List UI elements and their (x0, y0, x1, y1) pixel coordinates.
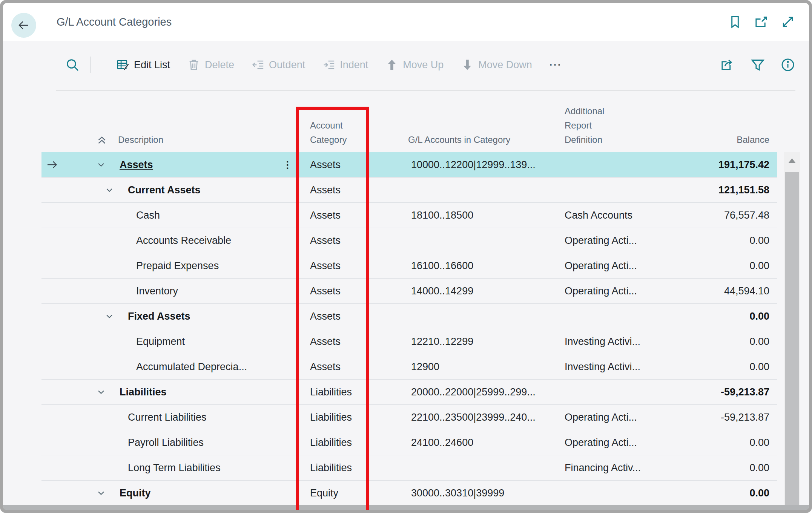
description-text[interactable]: Assets (120, 159, 153, 171)
report-definition-cell[interactable]: Operating Acti... (551, 260, 675, 272)
account-category-cell[interactable]: Liabilities (296, 412, 368, 423)
toolbar-button-delete[interactable]: Delete (187, 58, 234, 71)
account-category-cell[interactable]: Liabilities (296, 437, 368, 449)
description-cell[interactable]: Equity (62, 487, 279, 499)
report-definition-cell[interactable]: Investing Activi... (551, 336, 675, 348)
column-header-report-definition[interactable]: Additional Report Definition (551, 104, 625, 152)
chevron-down-icon[interactable] (104, 184, 115, 196)
description-cell[interactable]: Payroll Liabilities (62, 436, 279, 449)
gl-accounts-cell[interactable]: 14000..14299 (368, 285, 551, 297)
table-row[interactable]: Accounts ReceivableAssetsOperating Acti.… (41, 228, 777, 253)
description-cell[interactable]: Equipment (62, 335, 279, 348)
chevron-down-icon[interactable] (95, 386, 107, 398)
toolbar-button-edit-list[interactable]: Edit List (117, 58, 170, 71)
table-row[interactable]: Long Term LiabilitiesLiabilitiesFinancin… (41, 455, 777, 481)
account-category-cell[interactable]: Assets (296, 159, 368, 171)
row-more-options-button[interactable]: ⋮ (283, 160, 293, 170)
table-row[interactable]: Assets⋮Assets10000..12200|12999..139...1… (41, 152, 777, 178)
column-header-account-category[interactable]: Account Category (296, 118, 367, 152)
balance-cell[interactable]: 0.00 (675, 311, 777, 322)
table-row[interactable]: LiabilitiesLiabilities20000..22000|25999… (41, 380, 777, 405)
account-category-cell[interactable]: Assets (296, 311, 368, 322)
report-definition-cell[interactable]: Operating Acti... (551, 235, 675, 247)
description-cell[interactable]: Fixed Assets (62, 310, 279, 323)
open-in-new-window-icon[interactable] (754, 14, 769, 29)
gl-accounts-cell[interactable]: 12210..12299 (368, 336, 551, 348)
description-cell[interactable]: Accumulated Deprecia... (62, 360, 279, 373)
balance-cell[interactable]: 0.00 (675, 235, 777, 247)
balance-cell[interactable]: 0.00 (675, 437, 777, 449)
table-row[interactable]: Fixed AssetsAssets0.00 (41, 304, 777, 329)
account-category-cell[interactable]: Liabilities (296, 462, 368, 474)
description-cell[interactable]: Inventory (62, 285, 279, 297)
description-cell[interactable]: Long Term Liabilities (62, 461, 279, 474)
table-row[interactable]: EquipmentAssets12210..12299Investing Act… (41, 329, 777, 354)
toolbar-button-indent[interactable]: Indent (322, 58, 368, 71)
table-row[interactable]: EquityEquity30000..30310|399990.00 (41, 481, 777, 506)
gl-accounts-cell[interactable]: 20000..22000|25999..299... (368, 386, 551, 398)
account-category-cell[interactable]: Assets (296, 235, 368, 247)
description-cell[interactable]: Prepaid Expenses (62, 259, 279, 272)
account-category-cell[interactable]: Assets (296, 361, 368, 373)
horizontal-scrollbar[interactable] (3, 505, 809, 510)
table-row[interactable]: Accumulated Deprecia...Assets12900Invest… (41, 354, 777, 380)
info-icon[interactable] (780, 57, 795, 72)
filter-icon[interactable] (750, 57, 765, 72)
column-header-balance[interactable]: Balance (675, 133, 777, 152)
column-header-description[interactable]: Description (62, 133, 279, 152)
description-cell[interactable]: Accounts Receivable (62, 234, 279, 247)
chevron-down-icon[interactable] (104, 311, 115, 322)
gl-accounts-cell[interactable]: 24100..24600 (368, 437, 551, 449)
account-category-cell[interactable]: Assets (296, 336, 368, 348)
report-definition-cell[interactable]: Operating Acti... (551, 285, 675, 297)
balance-cell[interactable]: 121,151.58 (675, 184, 777, 196)
report-definition-cell[interactable]: Investing Activi... (551, 361, 675, 373)
table-row[interactable]: CashAssets18100..18500Cash Accounts76,55… (41, 203, 777, 228)
balance-cell[interactable]: 44,594.10 (675, 285, 777, 297)
account-category-cell[interactable]: Assets (296, 210, 368, 221)
back-button[interactable] (11, 13, 36, 38)
account-category-cell[interactable]: Assets (296, 184, 368, 196)
gl-accounts-cell[interactable]: 22100..23500|23999..240... (368, 412, 551, 423)
balance-cell[interactable]: 0.00 (675, 462, 777, 474)
toolbar-button-move-up[interactable]: Move Up (385, 58, 444, 71)
description-cell[interactable]: Liabilities (62, 386, 279, 398)
account-category-cell[interactable]: Assets (296, 285, 368, 297)
gl-accounts-cell[interactable]: 10000..12200|12999..139... (368, 159, 551, 171)
balance-cell[interactable]: -59,213.87 (675, 412, 777, 423)
toolbar-button-outdent[interactable]: Outdent (252, 58, 305, 71)
table-row[interactable]: Current AssetsAssets121,151.58 (41, 178, 777, 203)
account-category-cell[interactable]: Equity (296, 487, 368, 499)
expand-icon[interactable] (780, 14, 795, 29)
chevron-down-icon[interactable] (95, 159, 107, 170)
report-definition-cell[interactable]: Cash Accounts (551, 210, 675, 221)
account-category-cell[interactable]: Liabilities (296, 386, 368, 398)
balance-cell[interactable]: 76,557.48 (675, 210, 777, 221)
report-definition-cell[interactable]: Financing Activ... (551, 462, 675, 474)
gl-accounts-cell[interactable]: 16100..16600 (368, 260, 551, 272)
table-row[interactable]: Payroll LiabilitiesLiabilities24100..246… (41, 430, 777, 455)
balance-cell[interactable]: 0.00 (675, 260, 777, 272)
description-cell[interactable]: Current Assets (62, 184, 279, 196)
search-icon[interactable] (65, 57, 80, 72)
description-cell[interactable]: Assets (62, 158, 279, 171)
scroll-up-arrow-icon[interactable] (788, 158, 796, 163)
gl-accounts-cell[interactable]: 12900 (368, 361, 551, 373)
account-category-cell[interactable]: Assets (296, 260, 368, 272)
table-row[interactable]: Prepaid ExpensesAssets16100..16600Operat… (41, 253, 777, 279)
toolbar-button-more-options[interactable]: ··· (550, 59, 562, 71)
balance-cell[interactable]: 0.00 (675, 336, 777, 348)
description-cell[interactable]: Cash (62, 209, 279, 222)
column-header-gl-accounts[interactable]: G/L Accounts in Category (368, 133, 551, 152)
description-cell[interactable]: Current Liabilities (62, 411, 279, 424)
collapse-all-icon[interactable] (95, 133, 108, 146)
table-row[interactable]: Current LiabilitiesLiabilities22100..235… (41, 405, 777, 430)
chevron-down-icon[interactable] (95, 487, 107, 499)
balance-cell[interactable]: 0.00 (675, 361, 777, 373)
balance-cell[interactable]: -59,213.87 (675, 386, 777, 398)
gl-accounts-cell[interactable]: 30000..30310|39999 (368, 487, 551, 499)
share-icon[interactable] (720, 57, 735, 72)
balance-cell[interactable]: 191,175.42 (675, 159, 777, 171)
gl-accounts-cell[interactable]: 18100..18500 (368, 210, 551, 221)
toolbar-button-move-down[interactable]: Move Down (461, 58, 532, 71)
